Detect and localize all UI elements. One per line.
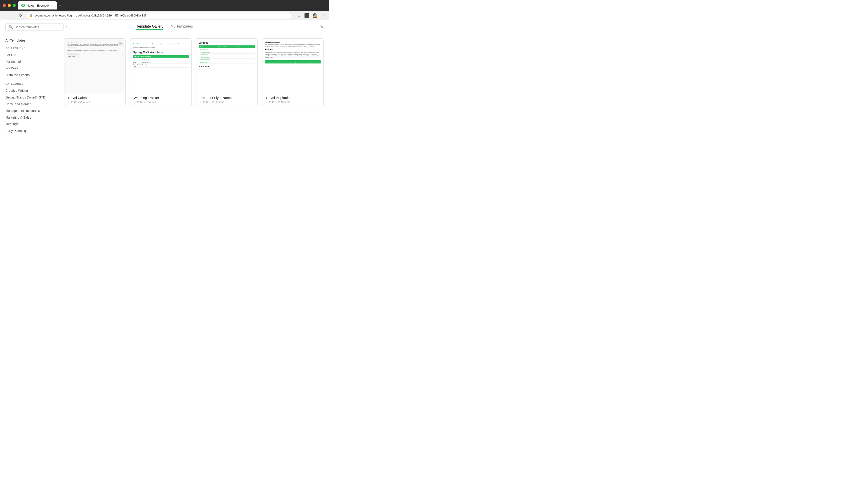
card-date: Created 7/22/2023 — [68, 100, 122, 103]
sidebar-item-from-experts[interactable]: From the Experts — [5, 72, 53, 78]
template-grid-area: ··· About this template Use this templat… — [59, 34, 329, 184]
card-info: Frequent Flyer Numbers Created 11/24/202… — [196, 93, 257, 106]
sidebar-item-for-life[interactable]: For Life — [5, 52, 53, 59]
airline-row: Southwest Airlines — [199, 59, 255, 61]
template-card-wedding-tracker[interactable]: About this template: Use this template t… — [130, 38, 192, 106]
template-grid: ··· About this template Use this templat… — [64, 38, 324, 106]
sidebar: All Templates COLLECTIONS For Life For S… — [0, 34, 59, 184]
airline-row: Delta Air Lines — [199, 54, 255, 56]
template-card-travel-inspiration[interactable]: About this template This template is des… — [262, 38, 324, 106]
search-input[interactable] — [15, 25, 61, 29]
sidebar-item-meetings[interactable]: Meetings — [5, 121, 53, 128]
active-tab[interactable]: E Notes - Evernote × — [18, 1, 57, 9]
categories-label: CATEGORIES — [5, 83, 53, 85]
tab-favicon: E — [21, 4, 25, 7]
airline-row: United Airlines — [199, 61, 255, 64]
about-label: About this template — [67, 41, 123, 43]
info-row-where: Where Portland, OR — [133, 59, 189, 61]
tab-bar: E Notes - Evernote × + — [18, 1, 327, 9]
sidebar-item-marketing[interactable]: Marketing & Sales — [5, 114, 53, 121]
travel-table: Travel destinations: travel dates: — [67, 53, 123, 58]
about-text: This template is designed as a pre-trip … — [265, 43, 321, 47]
tab-gallery[interactable]: Template Gallery — [136, 24, 163, 30]
about-label-green: About this template: — [133, 43, 146, 44]
top-toolbar: 🔍 ↻ Template Gallery My Templates ✕ — [0, 20, 329, 34]
template-card-frequent-flyer[interactable]: Airlines Airline Account number Notes Al… — [196, 38, 258, 106]
win-min-button[interactable] — [8, 4, 11, 7]
url-text: evernote.com/client/web?login=true#/note… — [35, 14, 289, 17]
lock-icon: 🔒 — [29, 14, 33, 18]
browser-toolbar-icons: ☆ ⬛ 🕵 ⋮ — [296, 12, 327, 19]
sidebar-item-gtd[interactable]: Getting Things Done® (GTD) — [5, 94, 53, 101]
car-rental-title: Car Rental — [199, 65, 255, 68]
new-tab-button[interactable]: + — [57, 2, 63, 9]
card-date: Created 11/20/2020 — [266, 100, 320, 103]
info-row-event: Event: Cocktail Hour Dressy Casual — [133, 64, 189, 68]
tab-my-templates[interactable]: My Templates — [170, 24, 193, 30]
back-button[interactable]: ← — [3, 13, 8, 19]
green-banner: Inspiring travel photos: — [265, 60, 321, 64]
card-date: Created 11/24/2020 — [199, 100, 254, 103]
photos-title: Photos — [265, 48, 321, 51]
tab-navigation: Template Gallery My Templates — [136, 24, 193, 30]
photos-text: Pull destination idea photos from your f… — [265, 52, 321, 59]
close-button[interactable]: ✕ — [320, 25, 324, 30]
sidebar-item-management[interactable]: Management Resources — [5, 107, 53, 114]
incognito-button[interactable]: 🕵 — [312, 12, 319, 19]
include-text: Include the dates and travel destination… — [67, 50, 123, 51]
card-info: Wedding Tracker Created 2/14/2023 — [130, 93, 191, 106]
bookmark-button[interactable]: ☆ — [296, 12, 302, 19]
extensions-button[interactable]: ⬛ — [303, 12, 310, 19]
card-preview-frequent-flyer: Airlines Airline Account number Notes Al… — [196, 39, 257, 93]
card-name: Travel Inspiration — [266, 96, 320, 100]
sidebar-item-home-garden[interactable]: Home and Garden — [5, 101, 53, 108]
collections-label: COLLECTIONS — [5, 47, 53, 50]
airline-row: Alaska Airlines — [199, 48, 255, 51]
address-bar[interactable]: 🔒 evernote.com/client/web?login=true#/no… — [25, 12, 292, 19]
airline-row: American Airlines — [199, 51, 255, 54]
app-container: 🔍 ↻ Template Gallery My Templates ✕ All … — [0, 20, 329, 184]
card-preview-wedding-tracker: About this template: Use this template t… — [130, 39, 191, 93]
card-name: Frequent Flyer Numbers — [199, 96, 254, 100]
card-name: Travel Calendar — [68, 96, 122, 100]
wedding-name-row: Max & Ellie's Wedding — [133, 55, 189, 58]
win-close-button[interactable] — [3, 4, 6, 7]
menu-button[interactable]: ⋮ — [320, 12, 327, 19]
template-card-travel-calendar[interactable]: ··· About this template Use this templat… — [64, 38, 126, 106]
sidebar-all-templates[interactable]: All Templates — [5, 38, 53, 42]
reload-button[interactable]: ⟳ — [18, 13, 23, 19]
card-preview-travel-calendar: ··· About this template Use this templat… — [64, 39, 125, 93]
win-max-button[interactable] — [13, 4, 16, 7]
search-icon: 🔍 — [8, 25, 13, 29]
card-info: Travel Calendar Created 7/22/2023 — [64, 93, 125, 106]
sidebar-item-for-work[interactable]: For Work — [5, 65, 53, 72]
table-cell — [81, 55, 123, 58]
airline-row: Hawaiian Airlines — [199, 56, 255, 59]
table-header: Airline Account number Notes — [199, 45, 255, 48]
card-info: Travel Inspiration Created 11/20/2020 — [262, 93, 323, 106]
table-cell — [81, 53, 123, 55]
card-preview-travel-inspiration: About this template This template is des… — [262, 39, 323, 93]
search-area: 🔍 ↻ — [5, 23, 69, 31]
forward-button[interactable]: → — [10, 13, 16, 19]
airlines-title: Airlines — [199, 41, 255, 44]
card-menu-dots[interactable]: ··· — [118, 41, 123, 46]
browser-chrome: E Notes - Evernote × + — [0, 0, 329, 11]
table-cell: travel dates: — [67, 55, 81, 58]
about-label: About this template — [265, 41, 321, 43]
sidebar-item-party-planning[interactable]: Party Planning — [5, 128, 53, 134]
about-text: Use this template as a central repositor… — [67, 43, 123, 48]
info-row-when: When March 2-4, 2024 — [133, 61, 189, 64]
tab-close-button[interactable]: × — [51, 3, 53, 8]
address-bar-row: ← → ⟳ 🔒 evernote.com/client/web?login=tr… — [0, 11, 329, 20]
window-controls — [3, 4, 16, 7]
tab-title: Notes - Evernote — [27, 4, 49, 7]
heading-spring: Spring 20XX Weddings — [133, 51, 189, 54]
sidebar-item-creative-writing[interactable]: Creative Writing — [5, 88, 53, 94]
table-cell: Travel destinations: — [67, 53, 81, 55]
main-content: All Templates COLLECTIONS For Life For S… — [0, 34, 329, 184]
sidebar-item-for-school[interactable]: For School — [5, 59, 53, 65]
categories-section: CATEGORIES Creative Writing Getting Thin… — [5, 83, 53, 134]
card-name: Wedding Tracker — [133, 96, 188, 100]
refresh-templates-button[interactable]: ↻ — [65, 25, 69, 30]
